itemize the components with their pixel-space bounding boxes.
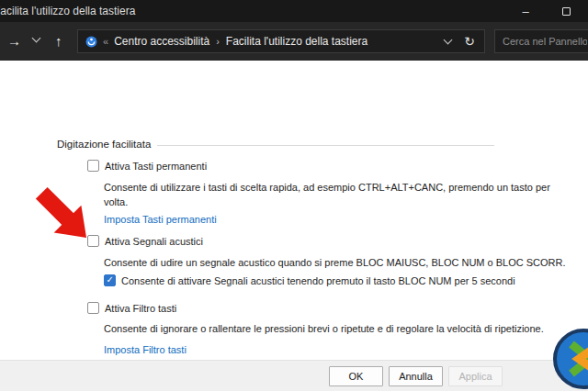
maximize-button[interactable] xyxy=(548,0,584,22)
breadcrumb-separator: › xyxy=(216,36,220,47)
toggle-keys-description: Consente di udire un segnale acustico qu… xyxy=(104,255,566,270)
toggle-keys-suboption-row[interactable]: Consente di attivare Segnali acustici te… xyxy=(104,274,515,286)
filter-keys-settings-link[interactable]: Imposta Filtro tasti xyxy=(104,344,187,355)
toggle-keys-checkbox[interactable] xyxy=(87,235,99,247)
title-bar: Facilita l'utilizzo della tastiera – xyxy=(0,0,588,22)
sticky-keys-checkbox[interactable] xyxy=(87,160,99,172)
cancel-button[interactable]: Annulla xyxy=(389,366,443,386)
toggle-keys-hold-label[interactable]: Consente di attivare Segnali acustici te… xyxy=(121,275,515,286)
filter-keys-label[interactable]: Attiva Filtro tasti xyxy=(105,303,176,314)
address-dropdown-chevron-icon[interactable] xyxy=(444,36,453,45)
toggle-keys-hold-checkbox[interactable] xyxy=(104,274,116,286)
address-bar[interactable]: « Centro accessibilità › Facilita l'util… xyxy=(77,29,485,53)
sticky-keys-label[interactable]: Attiva Tasti permanenti xyxy=(105,161,207,172)
window-title: Facilita l'utilizzo della tastiera xyxy=(0,5,135,17)
search-box[interactable] xyxy=(494,29,588,53)
section-header-label: Digitazione facilitata xyxy=(57,139,151,150)
sticky-keys-row[interactable]: Attiva Tasti permanenti xyxy=(87,160,207,172)
filter-keys-row[interactable]: Attiva Filtro tasti xyxy=(87,302,176,314)
history-chevron-icon[interactable] xyxy=(32,34,41,43)
section-header-rule xyxy=(157,145,494,146)
navigation-bar: → ↑ « Centro accessibilità › Facilita l'… xyxy=(0,22,588,61)
filter-keys-description: Consente di ignorare o rallentare le pre… xyxy=(104,321,544,336)
apply-button: Applica xyxy=(448,366,503,386)
maximize-icon xyxy=(562,7,571,16)
filter-keys-checkbox[interactable] xyxy=(87,302,99,314)
dialog-footer: OK Annulla Applica xyxy=(0,360,588,391)
up-icon[interactable]: ↑ xyxy=(55,34,62,48)
minimize-button[interactable]: – xyxy=(507,0,544,22)
settings-content: Digitazione facilitata Attiva Tasti perm… xyxy=(0,61,588,360)
sticky-keys-settings-link[interactable]: Imposta Tasti permanenti xyxy=(104,214,217,225)
control-panel-window: Facilita l'utilizzo della tastiera – → ↑… xyxy=(0,0,588,391)
sticky-keys-description: Consente di utilizzare i tasti di scelta… xyxy=(104,180,556,209)
breadcrumb-item-keyboard[interactable]: Facilita l'utilizzo della tastiera xyxy=(226,35,368,48)
breadcrumb-prefix: « xyxy=(103,36,108,47)
breadcrumb-item-accessibility-center[interactable]: Centro accessibilità xyxy=(114,35,209,48)
toggle-keys-row[interactable]: Attiva Segnali acustici xyxy=(87,235,203,247)
forward-icon[interactable]: → xyxy=(7,34,21,48)
search-input[interactable] xyxy=(495,30,588,52)
minimize-icon: – xyxy=(522,5,528,18)
ease-of-access-icon xyxy=(85,36,97,48)
section-header-typing: Digitazione facilitata xyxy=(57,139,494,150)
refresh-icon[interactable]: ↻ xyxy=(464,34,475,49)
toggle-keys-label[interactable]: Attiva Segnali acustici xyxy=(105,236,203,247)
ok-button[interactable]: OK xyxy=(329,366,383,386)
watermark-logo-icon xyxy=(549,327,588,391)
